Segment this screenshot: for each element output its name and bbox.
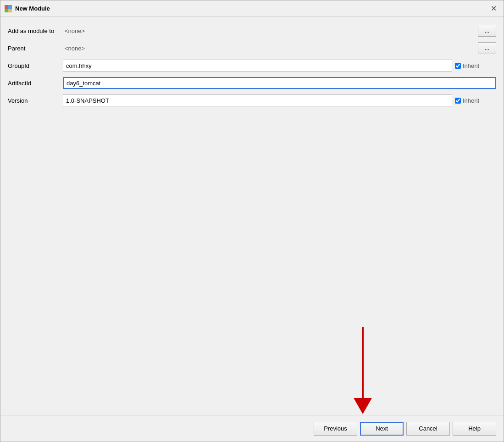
dialog-title: New Module <box>15 5 487 12</box>
parent-label: Parent <box>8 45 63 52</box>
title-bar: New Module ✕ <box>0 0 504 17</box>
version-inherit-section: Inherit <box>455 97 496 104</box>
previous-button[interactable]: Previous <box>314 422 357 436</box>
cancel-button[interactable]: Cancel <box>406 422 450 436</box>
group-id-input[interactable] <box>63 60 452 72</box>
version-label: Version <box>8 97 63 104</box>
footer: Previous Next Cancel Help <box>0 415 504 442</box>
close-button[interactable]: ✕ <box>487 2 500 15</box>
artifact-id-row: ArtifactId <box>8 77 496 89</box>
svg-rect-1 <box>8 5 12 9</box>
parent-browse-button[interactable]: ... <box>478 42 496 54</box>
svg-rect-2 <box>5 9 8 12</box>
group-id-inherit-checkbox[interactable] <box>455 63 461 69</box>
new-module-dialog: New Module ✕ Add as module to <none> ...… <box>0 0 504 442</box>
version-row: Version Inherit <box>8 94 496 107</box>
help-button[interactable]: Help <box>453 422 496 436</box>
content-area: Add as module to <none> ... Parent <none… <box>0 17 504 415</box>
add-as-module-label: Add as module to <box>8 28 63 34</box>
dialog-icon <box>4 5 12 13</box>
group-id-inherit-section: Inherit <box>455 62 496 69</box>
version-inherit-checkbox[interactable] <box>455 98 461 104</box>
add-as-module-browse-button[interactable]: ... <box>478 25 496 37</box>
version-inherit-label: Inherit <box>463 97 479 104</box>
version-input[interactable] <box>63 94 452 106</box>
parent-row: Parent <none> ... <box>8 42 496 55</box>
group-id-inherit-label: Inherit <box>463 62 479 69</box>
next-button[interactable]: Next <box>360 422 404 436</box>
svg-rect-3 <box>8 9 12 12</box>
artifact-id-input[interactable] <box>63 77 496 89</box>
add-as-module-row: Add as module to <none> ... <box>8 24 496 37</box>
group-id-row: GroupId Inherit <box>8 59 496 72</box>
add-as-module-value: <none> <box>65 28 85 34</box>
parent-value: <none> <box>65 45 85 52</box>
artifact-id-label: ArtifactId <box>8 80 63 87</box>
group-id-label: GroupId <box>8 62 63 69</box>
svg-rect-0 <box>5 5 8 9</box>
